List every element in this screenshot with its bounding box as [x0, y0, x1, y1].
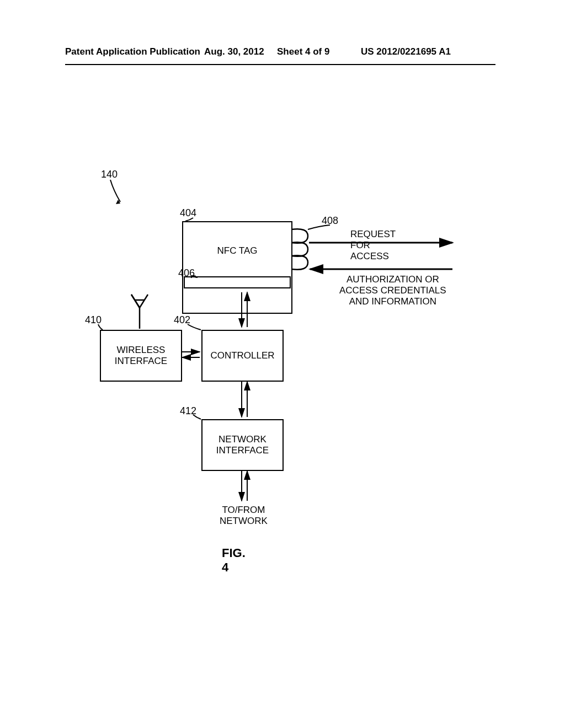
- nfc-tag-label: NFC TAG: [217, 245, 257, 256]
- wireless-interface-box: WIRELESS INTERFACE: [100, 330, 182, 382]
- ref-140: 140: [101, 169, 118, 180]
- tofrom-label: TO/FROM NETWORK: [220, 505, 268, 527]
- ref-404: 404: [180, 207, 196, 219]
- figure-caption: FIG. 4: [222, 546, 246, 575]
- ref-410: 410: [85, 314, 102, 326]
- nfc-sub-box: [184, 276, 291, 288]
- ref-412: 412: [180, 405, 196, 417]
- network-interface-label: NETWORK INTERFACE: [216, 434, 269, 457]
- svg-line-13: [131, 295, 140, 308]
- request-label: REQUEST FOR ACCESS: [350, 229, 396, 262]
- ref-406: 406: [178, 267, 195, 279]
- ref-408: 408: [322, 215, 338, 227]
- controller-box: CONTROLLER: [201, 330, 284, 382]
- controller-label: CONTROLLER: [210, 350, 274, 361]
- header-rule: [65, 64, 495, 65]
- antenna-icon: [131, 295, 148, 329]
- svg-line-12: [140, 295, 148, 308]
- header-sheet: Sheet 4 of 9: [277, 46, 329, 57]
- nfc-tag-box: NFC TAG: [182, 221, 292, 314]
- header-pubno: US 2012/0221695 A1: [361, 46, 451, 57]
- svg-line-11: [131, 295, 140, 308]
- header-left: Patent Application Publication: [65, 46, 200, 57]
- nfc-coil-icon: [291, 229, 308, 270]
- header-date: Aug. 30, 2012: [204, 46, 264, 57]
- ref-402: 402: [174, 314, 190, 326]
- auth-label: AUTHORIZATION OR ACCESS CREDENTIALS AND …: [339, 274, 446, 307]
- network-interface-box: NETWORK INTERFACE: [201, 419, 284, 471]
- wireless-interface-label: WIRELESS INTERFACE: [115, 345, 167, 367]
